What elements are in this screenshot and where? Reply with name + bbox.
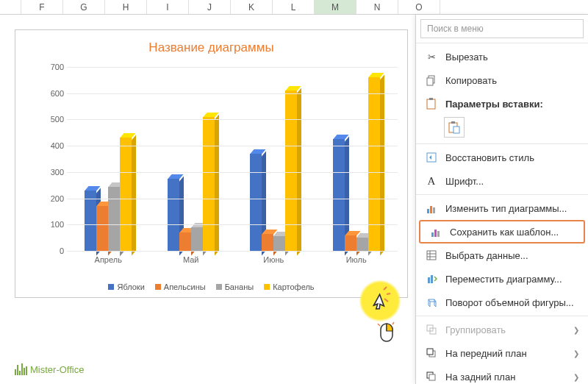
bar[interactable] [179,232,191,251]
grid-line [67,251,398,252]
scissors-icon: ✂ [425,50,438,63]
svg-rect-19 [434,230,437,237]
svg-rect-21 [427,251,436,260]
legend-item[interactable]: Апельсины [155,282,206,291]
bar[interactable] [262,234,273,251]
column-header[interactable] [0,0,21,14]
y-tick: 600 [51,89,64,98]
bar[interactable] [250,154,262,251]
bar-group [150,67,233,251]
font-icon: A [425,174,438,188]
menu-reset-style[interactable]: Восстановить стиль [416,146,588,169]
bar[interactable] [85,191,96,251]
bar[interactable] [96,206,108,251]
legend-item[interactable]: Бананы [216,282,254,291]
menu-select-data[interactable]: Выбрать данные... [416,243,588,267]
y-axis: 0100200300400500600700 [45,67,67,273]
reset-style-icon [425,151,438,164]
svg-rect-8 [427,78,433,85]
send-back-icon [425,370,438,383]
column-header[interactable]: F [21,0,63,14]
menu-rotate-3d[interactable]: Поворот объемной фигуры... [416,291,588,314]
menu-save-as-template[interactable]: Сохранить как шаблон... [419,220,585,243]
menu-copy[interactable]: Копировать [416,68,588,92]
grid-line [67,67,398,68]
bar[interactable] [333,139,345,251]
bar[interactable] [120,138,132,251]
svg-rect-32 [429,374,435,380]
legend-item[interactable]: Картофель [264,282,314,291]
svg-rect-30 [427,349,433,355]
x-label: Июль [315,255,398,264]
column-header[interactable]: K [231,0,273,14]
bar[interactable] [203,117,215,251]
y-tick: 0 [60,246,64,255]
legend-label: Бананы [225,282,254,291]
select-data-icon [425,249,438,262]
bar[interactable] [191,227,203,251]
context-menu: Поиск в меню ✂ Вырезать Копировать Парам… [415,15,588,384]
rotate-3d-icon [425,296,438,309]
legend-label: Картофель [273,282,314,291]
legend-label: Апельсины [164,282,206,291]
logo-bars-icon [15,363,27,375]
y-tick: 700 [51,63,64,71]
menu-group: Группировать ❯ [416,318,588,341]
legend[interactable]: ЯблокиАпельсиныБананыКартофель [15,282,407,291]
column-header[interactable]: I [147,0,189,14]
chevron-right-icon: ❯ [573,349,579,358]
grid-line [67,93,398,94]
watermark-logo: Mister-Office [15,363,84,375]
mouse-icon [376,321,397,346]
bring-front-icon [425,346,438,360]
y-tick: 300 [51,168,64,177]
bar-group [67,67,150,251]
bar[interactable] [108,187,120,252]
bar[interactable] [285,90,297,251]
bar[interactable] [356,238,368,251]
chart[interactable]: Название диаграммы 010020030040050060070… [15,29,408,298]
menu-bring-front[interactable]: На передний план ❯ [416,341,588,365]
menu-search[interactable]: Поиск в меню [420,19,584,38]
chart-title[interactable]: Название диаграммы [15,30,407,55]
column-header[interactable]: O [398,0,440,14]
y-tick: 100 [51,220,64,229]
column-header[interactable]: H [105,0,147,14]
svg-line-5 [378,324,380,326]
column-header[interactable]: J [189,0,231,14]
grid-line [67,199,398,199]
legend-swatch [216,284,222,290]
chart-type-icon [425,202,438,215]
column-header[interactable]: M [315,0,356,14]
group-icon [425,323,438,336]
menu-cut[interactable]: ✂ Вырезать [416,45,588,68]
column-headers: FGHIJKLMNO [0,0,588,15]
menu-paste-options: Параметры вставки: [416,92,588,115]
svg-rect-3 [381,324,392,341]
column-header[interactable]: L [273,0,315,14]
x-axis: АпрельМайИюньИюль [67,255,398,264]
menu-send-back[interactable]: На задний план ❯ [416,365,588,384]
column-header[interactable]: N [356,0,398,14]
legend-swatch [108,284,114,290]
menu-change-chart-type[interactable]: Изменить тип диаграммы... [416,196,588,220]
bars-area [67,67,398,251]
bar[interactable] [273,236,285,251]
bar[interactable] [168,179,179,251]
column-header[interactable]: G [63,0,105,14]
x-label: Апрель [67,255,150,264]
bar[interactable] [345,235,356,251]
svg-line-2 [384,299,388,302]
menu-font[interactable]: A Шрифт... [416,169,588,193]
grid-line [67,146,398,146]
grid-line [67,172,398,173]
svg-rect-15 [427,209,429,213]
grid-line [67,119,398,120]
x-label: Июнь [232,255,315,264]
paste-button[interactable] [444,117,465,138]
y-tick: 400 [51,141,64,150]
legend-item[interactable]: Яблоки [108,282,144,291]
svg-rect-18 [431,232,434,237]
y-tick: 200 [51,194,64,203]
menu-move-chart[interactable]: Переместить диаграмму... [416,267,588,291]
